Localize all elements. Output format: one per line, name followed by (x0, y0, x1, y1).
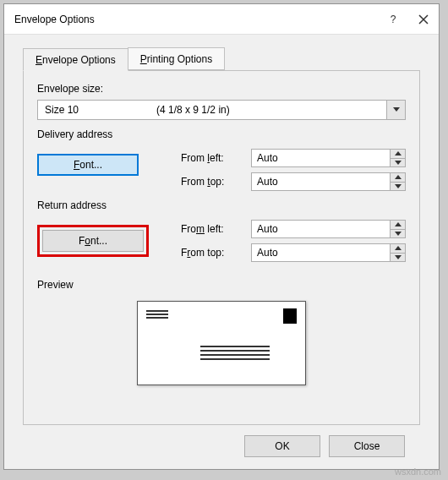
titlebar: Envelope Options ? (4, 4, 439, 35)
envelope-size-dropdown[interactable] (386, 101, 405, 119)
envelope-size-select[interactable]: Size 10 (4 1/8 x 9 1/2 in) (37, 100, 406, 120)
return-block: Font... From left: (37, 220, 406, 267)
ok-button[interactable]: OK (244, 435, 320, 457)
delivery-block: Font... From left: F (37, 149, 406, 196)
return-from-left-input[interactable] (251, 220, 406, 238)
window-title: Envelope Options (4, 14, 378, 25)
delivery-from-left-label: From left: (181, 152, 244, 164)
spin-up-icon[interactable] (390, 150, 405, 159)
close-dialog-button[interactable]: Close (329, 435, 405, 457)
close-icon (418, 14, 429, 25)
tab-envelope-options[interactable]: Envelope Options (23, 48, 128, 71)
delivery-from-left-input[interactable] (251, 149, 406, 167)
envelope-size-detail: (4 1/8 x 9 1/2 in) (156, 104, 386, 116)
spin-up-icon[interactable] (390, 244, 405, 254)
spin-down-icon[interactable] (390, 183, 405, 191)
delivery-font-button[interactable]: Font... (37, 154, 139, 176)
spin-up-icon[interactable] (390, 221, 405, 230)
return-from-left-label: From left: (181, 223, 244, 235)
watermark: wsxdn.com (395, 466, 441, 477)
spin-up-icon[interactable] (390, 173, 405, 183)
envelope-size-value: Size 10 (38, 104, 156, 116)
help-button[interactable]: ? (378, 4, 408, 35)
spin-down-icon[interactable] (390, 254, 405, 262)
delivery-address-preview (200, 346, 270, 363)
return-from-top-label: From top: (181, 247, 244, 259)
envelope-preview (137, 301, 306, 385)
return-font-button[interactable]: Font... (42, 230, 144, 252)
chevron-down-icon (393, 107, 400, 112)
return-section-label: Return address (37, 199, 406, 211)
highlight-box: Font... (37, 225, 149, 257)
preview-label: Preview (37, 279, 406, 291)
stamp-icon (283, 308, 297, 324)
return-from-top-input[interactable] (251, 243, 406, 262)
content-area: Envelope Options Printing Options Envelo… (4, 35, 439, 469)
tab-printing-options[interactable]: Printing Options (128, 47, 225, 70)
tab-strip: Envelope Options Printing Options (23, 46, 420, 70)
envelope-options-dialog: Envelope Options ? Envelope Options Prin… (3, 3, 440, 470)
delivery-section-label: Delivery address (37, 128, 406, 140)
delivery-from-top-label: From top: (181, 176, 244, 188)
spin-down-icon[interactable] (390, 159, 405, 167)
button-bar: OK Close (23, 425, 420, 469)
tab-panel: Envelope size: Size 10 (4 1/8 x 9 1/2 in… (23, 70, 420, 425)
return-address-preview (146, 310, 168, 320)
envelope-size-label: Envelope size: (37, 83, 406, 95)
close-button[interactable] (408, 4, 439, 35)
delivery-from-top-input[interactable] (251, 172, 406, 191)
spin-down-icon[interactable] (390, 230, 405, 238)
